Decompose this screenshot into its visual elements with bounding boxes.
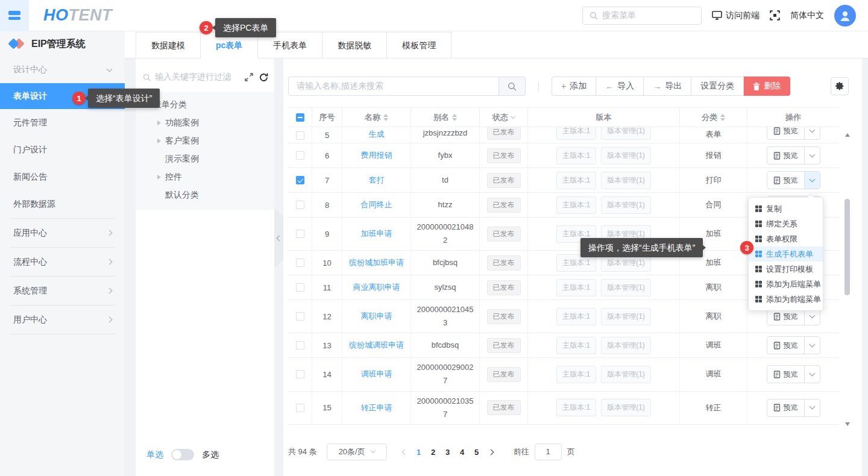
row-checkbox[interactable] [296,131,304,140]
preview-button[interactable]: 预览 [767,337,804,354]
filter-caret-icon[interactable] [511,114,515,119]
form-name-link[interactable]: 商业离职申请 [353,282,400,293]
page-number-1[interactable]: 1 [412,448,426,457]
preview-dropdown-caret[interactable] [804,399,820,416]
preview-button[interactable]: 预览 [767,399,804,416]
preview-dropdown-caret[interactable] [804,147,820,164]
preview-button[interactable]: 预览 [767,127,804,139]
tree-node-控件[interactable]: 控件 [136,168,274,186]
menu-item-生成手机表单[interactable]: 生成手机表单 [749,246,823,261]
main-version-button[interactable]: 主版本:1 [556,308,596,325]
form-name-link[interactable]: 合同终止 [361,199,392,210]
version-manage-button[interactable]: 版本管理(1) [601,279,651,296]
table-search-input[interactable]: 请输入名称,描述来搜索 [288,77,499,96]
table-scrollbar[interactable] [844,127,851,432]
page-number-4[interactable]: 4 [455,448,470,457]
tab-数据脱敏[interactable]: 数据脱敏 [322,32,387,58]
version-manage-button[interactable]: 版本管理(1) [601,399,651,416]
preview-button[interactable]: 预览 [767,172,804,189]
main-version-button[interactable]: 主版本:1 [556,172,596,189]
menu-item-添加为后端菜单[interactable]: 添加为后端菜单 [749,277,823,292]
multi-select-label[interactable]: 多选 [202,449,219,460]
tree-node-演示案例[interactable]: 演示案例 [136,150,274,168]
sidebar-item-新闻公告[interactable]: 新闻公告 [0,163,125,190]
row-checkbox[interactable] [296,341,304,349]
row-checkbox[interactable] [296,151,304,160]
select-all-checkbox[interactable] [296,113,304,122]
sidebar-item-系统管理[interactable]: 系统管理 [0,277,125,304]
scroll-up-arrow[interactable] [845,131,850,137]
prev-page-button[interactable] [398,450,412,454]
main-version-button[interactable]: 主版本:1 [556,399,596,416]
page-number-3[interactable]: 3 [441,448,455,457]
sidebar-item-元件管理[interactable]: 元件管理 [0,109,125,136]
scrollbar-thumb[interactable] [844,199,850,295]
table-search-button[interactable] [499,77,526,96]
version-manage-button[interactable]: 版本管理(1) [601,308,651,325]
main-version-button[interactable]: 主版本:1 [556,366,596,383]
preview-dropdown-caret[interactable] [804,127,820,139]
menu-search-input[interactable]: 搜索菜单 [582,7,702,25]
sort-icon[interactable] [720,114,725,121]
page-number-5[interactable]: 5 [470,448,484,457]
next-page-button[interactable] [484,450,498,454]
add-button[interactable]: +添加 [552,77,596,96]
language-switcher[interactable]: 简体中文 [790,10,824,21]
sidebar-item-门户设计[interactable]: 门户设计 [0,136,125,163]
sidebar-item-应用中心[interactable]: 应用中心 [0,219,125,246]
visit-frontend-link[interactable]: 访问前端 [712,10,760,21]
import-button[interactable]: ←导入 [596,77,644,96]
sidebar-item-流程中心[interactable]: 流程中心 [0,248,125,275]
menu-item-设置打印模板[interactable]: 设置打印模板 [749,261,823,277]
version-manage-button[interactable]: 版本管理(1) [601,196,651,214]
row-checkbox[interactable] [296,258,304,267]
form-name-link[interactable]: 加班申请 [361,228,392,239]
row-checkbox[interactable] [296,283,304,292]
version-manage-button[interactable]: 版本管理(1) [601,127,651,140]
row-checkbox[interactable] [296,201,304,209]
preview-button[interactable]: 预览 [767,147,804,164]
delete-button[interactable]: 删除 [744,77,790,96]
form-name-link[interactable]: 椅子表数据汇总生成 [346,127,407,140]
row-checkbox[interactable] [296,370,304,378]
form-name-link[interactable]: 费用报销 [361,150,392,161]
sidebar-item-设计中心[interactable]: 设计中心 [0,57,125,83]
fullscreen-icon[interactable] [770,10,780,20]
tab-数据建模[interactable]: 数据建模 [136,32,201,58]
preview-dropdown-caret[interactable] [804,337,820,354]
sort-icon[interactable] [452,114,457,121]
menu-item-绑定关系[interactable]: 绑定关系 [749,216,823,231]
main-version-button[interactable]: 主版本:1 [556,147,596,164]
menu-item-添加为前端菜单[interactable]: 添加为前端菜单 [749,292,823,307]
tree-node-功能案例[interactable]: 功能案例 [136,114,274,132]
form-name-link[interactable]: 套打 [369,175,385,186]
row-checkbox[interactable] [296,312,304,321]
preview-button[interactable]: 预览 [767,366,804,383]
form-name-link[interactable]: 缤纷城调班申请 [349,340,404,351]
main-version-button[interactable]: 主版本:1 [556,337,596,354]
form-name-link[interactable]: 调班申请 [361,369,392,380]
sidebar-collapse-button[interactable] [0,0,29,31]
menu-item-复制[interactable]: 复制 [749,201,823,216]
refresh-icon[interactable] [259,73,268,82]
form-name-link[interactable]: 转正申请 [361,402,392,413]
version-manage-button[interactable]: 版本管理(1) [601,337,651,354]
version-manage-button[interactable]: 版本管理(1) [601,366,651,383]
row-checkbox[interactable] [296,404,304,412]
sort-icon[interactable] [383,114,388,121]
expand-icon[interactable] [245,73,253,81]
panel-collapse-handle[interactable] [274,208,284,268]
preview-dropdown-caret[interactable] [804,366,820,383]
row-checkbox[interactable] [296,176,304,184]
tree-filter-input[interactable]: 输入关键字进行过滤 [143,67,268,87]
version-manage-button[interactable]: 版本管理(1) [601,172,651,189]
single-select-label[interactable]: 单选 [146,449,163,460]
main-version-button[interactable]: 主版本:1 [556,127,596,140]
sidebar-item-外部数据源[interactable]: 外部数据源 [0,190,125,218]
export-button[interactable]: →导出 [644,77,691,96]
form-name-link[interactable]: 离职申请 [361,311,392,322]
page-size-select[interactable]: 20条/页 [327,443,387,460]
caret-right-icon[interactable] [157,139,161,143]
tab-模板管理[interactable]: 模板管理 [387,32,451,58]
preview-dropdown-caret[interactable] [804,172,820,189]
